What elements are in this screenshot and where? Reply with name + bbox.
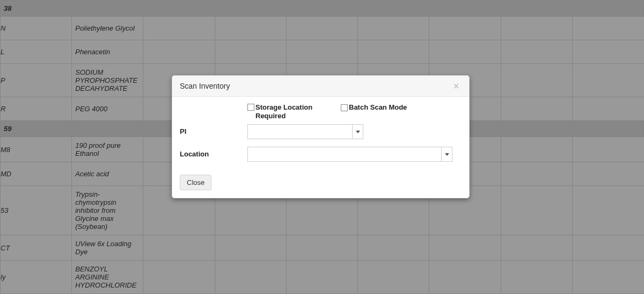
storage-location-required-label: Storage Location Required [255,103,341,120]
checkbox-row: Storage Location Required Batch Scan Mod… [180,103,462,120]
location-dropdown-button[interactable] [441,147,452,161]
modal-body: Storage Location Required Batch Scan Mod… [172,97,469,170]
modal-header: Scan Inventory × [172,76,469,97]
location-combobox[interactable] [247,147,452,162]
batch-scan-mode-checkbox[interactable] [341,104,348,111]
batch-scan-mode-label: Batch Scan Mode [349,103,407,112]
pi-combobox[interactable] [247,124,363,139]
pi-input[interactable] [248,125,352,139]
pi-label: PI [180,124,247,135]
location-input[interactable] [248,147,441,161]
close-icon: × [453,80,459,92]
pi-row: PI [180,124,462,139]
modal-footer: Close [172,170,469,198]
storage-location-required-checkbox[interactable] [247,104,254,111]
modal-title: Scan Inventory [180,82,230,90]
pi-dropdown-button[interactable] [352,125,363,139]
location-label: Location [180,147,247,158]
chevron-down-icon [356,131,360,133]
location-row: Location [180,147,462,162]
chevron-down-icon [445,153,449,156]
close-button[interactable]: Close [180,175,211,190]
modal-close-button[interactable]: × [451,81,462,91]
scan-inventory-modal: Scan Inventory × Storage Location Requir… [172,75,470,198]
